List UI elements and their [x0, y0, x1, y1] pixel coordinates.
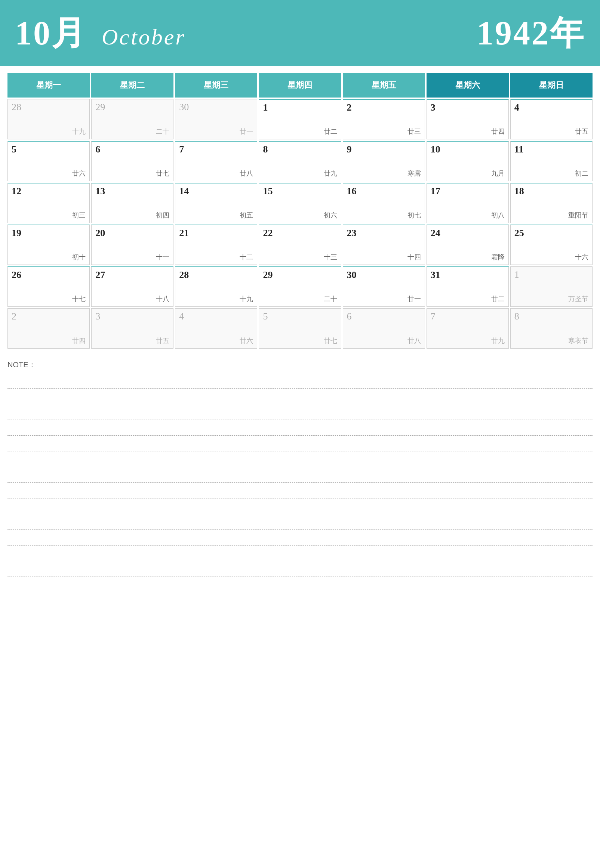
note-line	[8, 389, 592, 404]
day-number: 24	[431, 228, 505, 238]
day-number: 18	[514, 186, 588, 196]
day-cell: 11初二	[510, 141, 592, 181]
day-number: 11	[514, 145, 588, 154]
day-number: 17	[431, 186, 505, 196]
day-cell: 13初四	[91, 183, 173, 223]
day-number: 14	[179, 186, 253, 196]
day-cell: 8廿九	[259, 141, 341, 181]
day-cell: 21十二	[175, 225, 257, 265]
day-cell: 5廿六	[8, 141, 90, 181]
lunar-label: 二十	[156, 127, 169, 136]
day-cell: 25十六	[510, 225, 592, 265]
day-cell: 26十七	[8, 266, 90, 307]
weekday-cell: 星期日	[510, 73, 592, 98]
lunar-label: 十一	[156, 253, 169, 262]
day-number: 26	[12, 270, 86, 280]
day-cell: 1廿二	[259, 99, 341, 139]
day-cell: 10九月	[427, 141, 509, 181]
day-cell: 17初八	[427, 183, 509, 223]
day-number: 23	[347, 228, 421, 238]
lunar-label: 廿八	[239, 169, 253, 178]
day-number: 13	[95, 186, 169, 196]
note-line	[8, 546, 592, 561]
lunar-label: 廿九	[491, 336, 505, 345]
day-cell: 28十九	[175, 266, 257, 307]
day-cell: 16初七	[343, 183, 425, 223]
lunar-label: 寒衣节	[568, 336, 588, 345]
day-number: 7	[431, 312, 505, 321]
day-number: 8	[514, 312, 588, 321]
day-number: 22	[263, 228, 337, 238]
day-number: 28	[179, 270, 253, 280]
day-number: 20	[95, 228, 169, 238]
day-cell: 8寒衣节	[510, 308, 592, 349]
day-number: 30	[347, 270, 421, 280]
note-line	[8, 451, 592, 467]
day-cell: 5廿七	[259, 308, 341, 349]
calendar-header: 10月 October 1942年	[0, 0, 600, 66]
calendar-container: 星期一星期二星期三星期四星期五星期六星期日 28十九29二十30廿一1廿二2廿三…	[0, 66, 600, 352]
day-number: 30	[179, 102, 253, 112]
lunar-label: 初十	[72, 253, 86, 262]
note-line	[8, 420, 592, 436]
lunar-label: 十三	[324, 253, 337, 262]
day-cell: 4廿六	[175, 308, 257, 349]
day-number: 1	[514, 270, 588, 280]
day-cell: 9寒露	[343, 141, 425, 181]
day-number: 2	[12, 312, 86, 321]
day-number: 8	[263, 145, 337, 154]
day-cell: 3廿五	[91, 308, 173, 349]
lunar-label: 十二	[239, 253, 253, 262]
lunar-label: 廿四	[72, 336, 86, 345]
lunar-label: 十七	[72, 295, 86, 303]
day-number: 7	[179, 145, 253, 154]
day-number: 25	[514, 228, 588, 238]
lunar-label: 初二	[575, 169, 588, 178]
day-number: 29	[263, 270, 337, 280]
day-number: 4	[514, 103, 588, 112]
note-label: NOTE：	[8, 360, 592, 370]
weekday-cell: 星期一	[8, 73, 90, 98]
lunar-label: 十六	[575, 253, 588, 262]
lunar-label: 廿九	[324, 169, 337, 178]
day-number: 19	[12, 228, 86, 238]
day-number: 5	[12, 145, 86, 154]
lunar-label: 廿二	[491, 295, 505, 303]
note-line	[8, 436, 592, 451]
note-line	[8, 467, 592, 483]
day-cell: 29二十	[259, 266, 341, 307]
lunar-label: 廿四	[491, 127, 505, 136]
lunar-label: 九月	[491, 169, 505, 178]
day-number: 6	[347, 312, 421, 321]
lunar-label: 初三	[72, 211, 86, 220]
day-number: 3	[95, 312, 169, 321]
weekday-cell: 星期六	[427, 73, 509, 98]
year: 1942年	[477, 11, 585, 56]
lunar-label: 廿六	[72, 169, 86, 178]
day-cell: 1万圣节	[510, 266, 592, 307]
day-cell: 6廿八	[343, 308, 425, 349]
day-cell: 4廿五	[510, 99, 592, 139]
day-number: 6	[95, 145, 169, 154]
day-cell: 30廿一	[343, 266, 425, 307]
weekday-cell: 星期二	[91, 73, 173, 98]
day-cell: 6廿七	[91, 141, 173, 181]
note-line	[8, 483, 592, 499]
lunar-label: 初四	[156, 211, 169, 220]
lunar-label: 初六	[324, 211, 337, 220]
day-cell: 31廿二	[427, 266, 509, 307]
day-cell: 7廿八	[175, 141, 257, 181]
weekday-row: 星期一星期二星期三星期四星期五星期六星期日	[8, 73, 592, 98]
day-cell: 20十一	[91, 225, 173, 265]
lunar-label: 二十	[324, 295, 337, 303]
lunar-label: 廿二	[324, 127, 337, 136]
day-number: 16	[347, 186, 421, 196]
month-cn: 10月	[15, 11, 87, 56]
day-cell: 3廿四	[427, 99, 509, 139]
day-number: 1	[263, 103, 337, 112]
lunar-label: 廿三	[408, 127, 421, 136]
day-number: 27	[95, 270, 169, 280]
lunar-label: 初五	[239, 211, 253, 220]
lunar-label: 廿一	[408, 295, 421, 303]
lunar-label: 十九	[72, 127, 86, 136]
